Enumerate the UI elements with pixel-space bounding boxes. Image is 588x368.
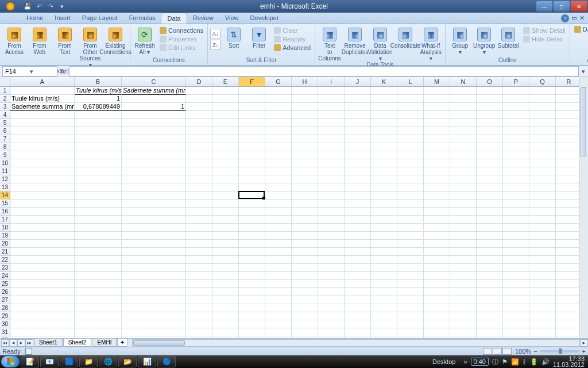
cell-Q18[interactable] [529, 224, 556, 232]
cell-H14[interactable] [292, 191, 318, 200]
cell-L14[interactable] [397, 191, 424, 200]
cell-O28[interactable] [477, 304, 503, 312]
sheet-nav-first-icon[interactable]: ⏮ [1, 339, 9, 347]
cell-C25[interactable] [122, 280, 186, 288]
cell-G30[interactable] [265, 320, 292, 328]
cell-A6[interactable] [10, 127, 75, 135]
cell-G31[interactable] [265, 328, 292, 336]
cell-P12[interactable] [503, 175, 529, 183]
cell-N11[interactable] [450, 167, 477, 175]
cell-G19[interactable] [265, 232, 292, 240]
cell-A31[interactable] [10, 328, 75, 336]
cell-I20[interactable] [318, 240, 345, 248]
tray-network-icon[interactable]: 📶 [511, 358, 519, 366]
cell-F17[interactable] [239, 216, 265, 224]
cell-H11[interactable] [292, 167, 318, 175]
cell-I23[interactable] [318, 264, 345, 272]
cell-M17[interactable] [424, 216, 450, 224]
fx-icon[interactable]: fx [57, 68, 69, 75]
column-header-F[interactable]: F [239, 77, 265, 86]
cell-C28[interactable] [122, 304, 186, 312]
cell-D18[interactable] [186, 224, 212, 232]
cell-O7[interactable] [477, 135, 503, 143]
cell-Q3[interactable] [529, 103, 556, 111]
cell-I29[interactable] [318, 312, 345, 320]
cell-H1[interactable] [292, 87, 318, 95]
cell-C8[interactable] [122, 143, 186, 151]
cell-L6[interactable] [397, 127, 424, 135]
cell-N10[interactable] [450, 159, 477, 167]
cell-J19[interactable] [345, 232, 371, 240]
cell-B8[interactable] [75, 143, 122, 151]
cell-M16[interactable] [424, 208, 450, 216]
cell-B2[interactable]: 1 [75, 95, 122, 103]
cell-Q9[interactable] [529, 151, 556, 159]
cell-I18[interactable] [318, 224, 345, 232]
cell-D12[interactable] [186, 175, 212, 183]
cell-O20[interactable] [477, 240, 503, 248]
column-header-E[interactable]: E [212, 77, 239, 86]
cell-F22[interactable] [239, 256, 265, 264]
cell-C24[interactable] [122, 272, 186, 280]
cell-H5[interactable] [292, 119, 318, 127]
cell-O5[interactable] [477, 119, 503, 127]
cell-I30[interactable] [318, 320, 345, 328]
cell-P27[interactable] [503, 296, 529, 304]
cell-E3[interactable] [212, 103, 239, 111]
column-header-K[interactable]: K [371, 77, 397, 86]
cell-B24[interactable] [75, 272, 122, 280]
subtotal-button[interactable]: ▦Subtotal [496, 25, 520, 55]
cell-M18[interactable] [424, 224, 450, 232]
cell-J8[interactable] [345, 143, 371, 151]
column-header-I[interactable]: I [318, 77, 345, 86]
cell-I31[interactable] [318, 328, 345, 336]
cell-K25[interactable] [371, 280, 397, 288]
cell-G9[interactable] [265, 151, 292, 159]
cell-N31[interactable] [450, 328, 477, 336]
cell-E6[interactable] [212, 127, 239, 135]
tray-flag-icon[interactable]: ⚑ [502, 358, 508, 366]
text-to-columns-button[interactable]: ▦Textto Columns [318, 25, 342, 62]
cell-F25[interactable] [239, 280, 265, 288]
formula-input[interactable] [69, 66, 579, 76]
cell-P5[interactable] [503, 119, 529, 127]
cell-E18[interactable] [212, 224, 239, 232]
zoom-out-icon[interactable]: − [533, 348, 537, 355]
cell-P9[interactable] [503, 151, 529, 159]
cell-G11[interactable] [265, 167, 292, 175]
cell-H29[interactable] [292, 312, 318, 320]
cell-E30[interactable] [212, 320, 239, 328]
cell-O15[interactable] [477, 200, 503, 208]
sheet-tab-sheet2[interactable]: Sheet2 [63, 339, 92, 347]
cell-B22[interactable] [75, 256, 122, 264]
cell-B15[interactable] [75, 200, 122, 208]
cell-D29[interactable] [186, 312, 212, 320]
cell-H26[interactable] [292, 288, 318, 296]
tray-volume-icon[interactable]: 🔊 [541, 358, 550, 366]
data-validation--button[interactable]: ▦DataValidation ▾ [368, 25, 392, 62]
cell-C10[interactable] [122, 159, 186, 167]
row-header-29[interactable]: 29 [0, 312, 10, 320]
cell-J26[interactable] [345, 288, 371, 296]
cell-P21[interactable] [503, 248, 529, 256]
cell-L4[interactable] [397, 111, 424, 119]
help-icon[interactable]: ? [561, 14, 569, 22]
cell-H6[interactable] [292, 127, 318, 135]
cell-H3[interactable] [292, 103, 318, 111]
cell-J25[interactable] [345, 280, 371, 288]
cell-H25[interactable] [292, 280, 318, 288]
cell-C16[interactable] [122, 208, 186, 216]
column-header-O[interactable]: O [477, 77, 503, 86]
row-header-30[interactable]: 30 [0, 320, 10, 328]
cell-E28[interactable] [212, 304, 239, 312]
cell-J10[interactable] [345, 159, 371, 167]
close-button[interactable]: ✕ [571, 1, 587, 12]
cell-E19[interactable] [212, 232, 239, 240]
cell-A18[interactable] [10, 224, 75, 232]
cell-Q16[interactable] [529, 208, 556, 216]
cell-F7[interactable] [239, 135, 265, 143]
tray-bluetooth-icon[interactable]: ᛒ [523, 358, 527, 365]
tab-view[interactable]: View [219, 13, 245, 24]
tab-formulas[interactable]: Formulas [123, 13, 161, 24]
tray-clock[interactable]: 17:3311.03.2012 [553, 356, 585, 367]
